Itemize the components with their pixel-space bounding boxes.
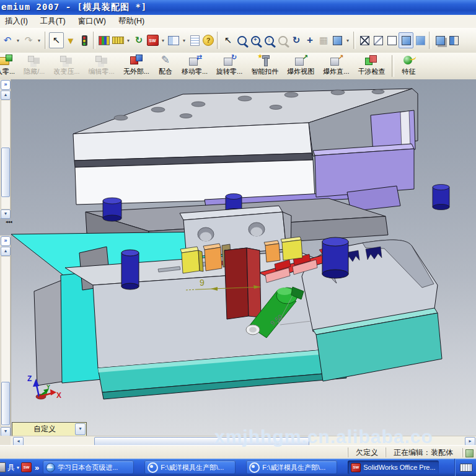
overflow-chevron-icon[interactable]: » <box>35 463 39 472</box>
shadows-icon[interactable] <box>433 33 447 48</box>
horizontal-scrollbar[interactable]: ◂ ▸ <box>11 436 476 446</box>
measure-tool-icon[interactable] <box>111 33 125 48</box>
task-button-explorer-2[interactable]: F:\威洋模具生产部\... <box>246 461 337 474</box>
scroll-down-icon[interactable]: ▾ <box>1 427 11 436</box>
pan-icon[interactable]: + <box>303 33 317 48</box>
resources-dropdown-icon[interactable]: ▾ <box>159 33 167 48</box>
redo-icon: ↷ <box>22 33 35 48</box>
menu-insert[interactable]: 插入(I) <box>5 16 28 27</box>
pointer-tool-icon[interactable]: ↖ <box>221 33 235 48</box>
undo-icon[interactable]: ↶ <box>1 33 14 48</box>
hide-show-button: 隐藏/... <box>19 53 49 79</box>
smart-fasteners-button[interactable]: ★ 智能扣件 <box>247 53 283 79</box>
scrollbar-track[interactable] <box>1 256 11 427</box>
rotate-component-icon: ↻ <box>222 55 237 66</box>
quick-tips-icon[interactable] <box>462 448 474 457</box>
toolbar-separator <box>353 32 356 49</box>
select-tool-icon[interactable]: ↖ <box>49 32 64 48</box>
quick-launch-label[interactable]: 具 <box>7 462 15 473</box>
help-icon[interactable]: ? <box>201 33 215 48</box>
mate-button[interactable]: ✎ 配合 <box>154 53 177 79</box>
move-component-button[interactable]: ⇄ 移动零... <box>177 53 212 79</box>
toolbar-separator <box>45 32 47 49</box>
shaded-display-icon[interactable] <box>413 33 427 48</box>
zoom-to-fit-icon[interactable] <box>235 33 249 48</box>
scrollbar-thumb[interactable] <box>1 148 10 197</box>
views-dropdown-icon[interactable]: ▾ <box>344 33 351 48</box>
solidworks-resources-icon[interactable]: SW <box>146 33 159 48</box>
model-canvas[interactable]: 9 9.50 Z Y X <box>0 79 476 436</box>
zoom-to-selection-icon <box>276 33 289 48</box>
scrollbar-thumb[interactable] <box>1 382 10 425</box>
mate-icon: ✎ <box>158 55 173 66</box>
scroll-up-icon[interactable]: ▴ <box>1 90 11 100</box>
rotate-view-icon[interactable]: ↻ <box>289 33 303 48</box>
panel-splitter-handle[interactable]: ◂◂◂ <box>6 219 11 224</box>
panel-expand-icon[interactable]: » <box>1 80 11 90</box>
keyboard-ime-icon[interactable] <box>460 464 472 472</box>
move-component-icon: ⇄ <box>187 55 202 66</box>
chevron-down-icon[interactable]: ▾ <box>75 423 86 435</box>
options-checklist-icon[interactable] <box>188 33 201 48</box>
standard-views-icon[interactable] <box>330 33 344 48</box>
3d-drawing-view-icon: ▦ <box>317 33 330 48</box>
explode-line-sketch-button[interactable]: ↗ 爆炸直... <box>319 53 353 79</box>
features-icon <box>401 55 416 66</box>
section-view-icon[interactable] <box>447 33 461 48</box>
menu-bar: 插入(I) 工具(T) 窗口(W) 帮助(H) <box>0 15 476 29</box>
task-button-webpage[interactable]: 学习日本合页级进... <box>43 461 134 474</box>
smart-fasteners-icon: ★ <box>257 55 272 66</box>
interference-detection-icon <box>364 55 379 66</box>
color-palette-icon[interactable] <box>97 33 111 48</box>
no-external-refs-icon <box>129 55 144 66</box>
rebuild-icon[interactable]: ↻ <box>132 33 146 48</box>
title-bar[interactable]: emium 2007 - [模具装配图 *] <box>0 0 476 15</box>
menu-window[interactable]: 窗口(W) <box>78 16 106 27</box>
taskbar: 具 ▾ SW » 学习日本合页级进... F:\威洋模具生产部\... F:\威… <box>0 459 476 476</box>
scroll-up-icon[interactable]: ▴ <box>1 247 11 256</box>
rotate-component-button[interactable]: ↻ 旋转零... <box>212 53 247 79</box>
chevron-down-icon[interactable]: ▾ <box>17 465 19 470</box>
hidden-lines-removed-icon[interactable] <box>385 33 399 48</box>
edit-part-icon <box>94 55 109 66</box>
selection-filter-icon[interactable]: ▼ <box>64 33 77 48</box>
toolbar-separator <box>392 55 394 77</box>
solidworks-icon: SW <box>351 463 361 472</box>
solidworks-quicklaunch-icon[interactable]: SW <box>21 462 32 472</box>
menu-tools[interactable]: 工具(T) <box>40 16 66 27</box>
menu-help[interactable]: 帮助(H) <box>118 16 144 27</box>
task-button-explorer-1[interactable]: F:\威洋模具生产部\... <box>144 461 236 474</box>
undo-dropdown-icon[interactable]: ▾ <box>14 33 22 48</box>
toolbar-separator <box>93 32 95 49</box>
zoom-in-out-icon[interactable]: ↕ <box>262 33 276 48</box>
exploded-view-button[interactable]: ↗ 爆炸视图 <box>283 53 319 79</box>
insert-component-button[interactable]: 入零... <box>0 53 19 79</box>
layout-panes-icon[interactable] <box>167 33 180 48</box>
wireframe-display-icon[interactable] <box>358 33 371 48</box>
configuration-selector[interactable]: 自定义 ▾ <box>12 422 87 436</box>
traffic-light-icon[interactable] <box>77 33 91 48</box>
zoom-to-area-icon[interactable]: + <box>249 33 262 48</box>
dim-text-9[interactable]: 9 <box>200 278 205 288</box>
hidden-lines-visible-icon[interactable] <box>371 33 385 48</box>
standard-toolbar: ↶ ▾ ↷ ▾ ↖ ▼ ▾ ↻ SW ▾ ▾ ? ↖ + ↕ ↻ + ▦ ▾ <box>0 28 476 53</box>
shaded-with-edges-icon[interactable] <box>399 32 413 48</box>
no-external-refs-button[interactable]: 无外部... <box>119 53 154 79</box>
interference-detection-button[interactable]: 干涉检查 <box>353 53 389 79</box>
window-title: emium 2007 - [模具装配图 *] <box>0 2 147 13</box>
scrollbar-track[interactable] <box>1 100 11 209</box>
task-button-solidworks[interactable]: SW SolidWorks Office Pre... <box>348 461 439 474</box>
graphics-area[interactable]: 9 9.50 Z Y X » ▴ <box>0 79 476 445</box>
exploded-view-icon: ↗ <box>293 55 308 66</box>
globe-icon <box>46 463 55 472</box>
layout-dropdown-icon[interactable]: ▾ <box>180 33 188 48</box>
solidworks-window: emium 2007 - [模具装配图 *] 插入(I) 工具(T) 窗口(W)… <box>0 0 476 476</box>
features-button[interactable]: 特征 <box>397 53 420 79</box>
toolbar-icon[interactable] <box>0 462 6 472</box>
scroll-down-icon[interactable]: ▾ <box>1 209 11 219</box>
panel-expand-icon[interactable]: » <box>1 236 11 246</box>
measure-dropdown-icon[interactable]: ▾ <box>125 33 132 48</box>
system-tray <box>454 459 476 476</box>
hide-show-icon <box>27 55 42 66</box>
toolbar-separator <box>217 32 219 49</box>
